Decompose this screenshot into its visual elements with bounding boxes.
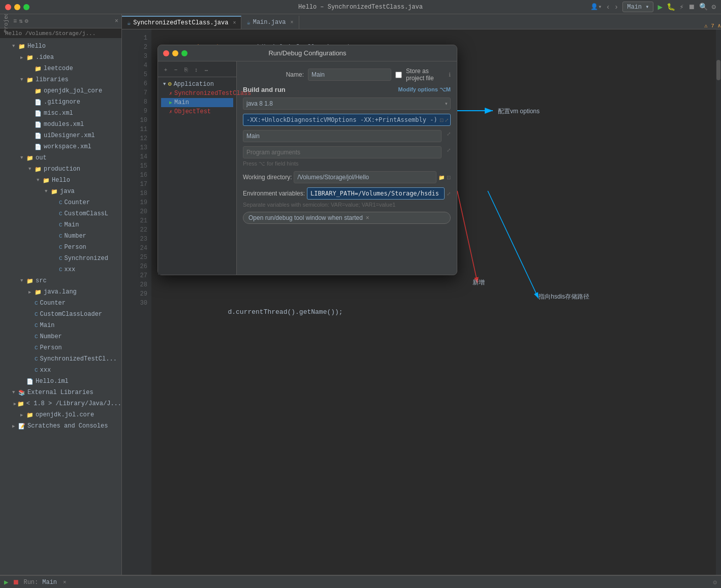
project-tree[interactable]: ▼ 📁 Hello ▶ 📁 .idea 📁 leetcode ▼ [0, 39, 121, 575]
dialog-title: Run/Debug Configurations [268, 49, 346, 57]
build-run-label: Build and run [243, 86, 286, 93]
vm-copy-icon[interactable]: ⊡ [440, 117, 444, 123]
tree-item-xxx-src[interactable]: C xxx [0, 365, 121, 376]
run-debug-dialog[interactable]: Run/Debug Configurations + − ⎘ ↕ ⋯ [158, 45, 457, 275]
maximize-button[interactable] [23, 4, 29, 10]
settings-icon[interactable]: ⚙ [712, 3, 716, 11]
run-close-icon[interactable]: × [63, 579, 67, 585]
tree-item-misc-xml[interactable]: 📄 misc.xml [0, 108, 121, 119]
store-checkbox[interactable] [395, 72, 402, 78]
tree-item-scratches[interactable]: ▶ 📝 Scratches and Consoles [0, 420, 121, 432]
tree-item-sync-out[interactable]: C Synchronized [0, 253, 121, 264]
config-item-object-test[interactable]: ✗ ObjectTest [161, 107, 233, 116]
tree-item-sync-src[interactable]: C SynchronizedTestCl... [0, 353, 121, 365]
tab-synchronized[interactable]: ☕ SynchronizedTestClass.java × [122, 16, 241, 29]
tree-item-person-out[interactable]: C Person [0, 242, 121, 253]
env-vars-input[interactable] [307, 187, 445, 200]
tree-item-xxx-out[interactable]: C xxx [0, 264, 121, 275]
tree-item-production[interactable]: ▼ 📁 production [0, 164, 121, 175]
working-dir-var-icon[interactable]: ⊡ [447, 175, 451, 180]
main-class-input[interactable] [243, 130, 442, 142]
move-config-button[interactable]: ↕ [192, 66, 201, 75]
open-run-button[interactable]: Open run/debug tool window when started … [243, 212, 451, 224]
java-version-select[interactable]: java 8 1.8 [243, 97, 451, 110]
config-group-application[interactable]: ▼ ⚙ Application [161, 79, 233, 89]
tree-item-number-src[interactable]: C Number [0, 331, 121, 342]
tree-item-modules-xml[interactable]: 📄 modules.xml [0, 119, 121, 130]
run-bar: ▶ ⏹ Run: Main × ⚙ [0, 575, 721, 588]
tree-item-custom-src[interactable]: C CustomClassLoader [0, 309, 121, 320]
open-run-row: Open run/debug tool window when started … [243, 212, 451, 224]
sort-icon[interactable]: ⇅ [19, 17, 22, 25]
tree-item-hello-root[interactable]: ▼ 📁 Hello [0, 41, 121, 52]
name-input[interactable] [308, 69, 391, 81]
tree-item-ui-designer[interactable]: 📄 uiDesigner.xml [0, 130, 121, 141]
minimize-button[interactable] [14, 4, 20, 10]
tree-item-counter-src[interactable]: C Counter [0, 298, 121, 309]
tab-close-icon[interactable]: × [291, 20, 294, 25]
nav-forward-icon[interactable]: › [614, 3, 618, 11]
program-args-input[interactable] [243, 146, 442, 158]
tree-item-src[interactable]: ▼ 📁 src [0, 275, 121, 286]
dialog-close[interactable] [163, 50, 169, 56]
modify-options-link[interactable]: Modify options ⌥M [398, 86, 451, 93]
debug-button[interactable]: 🐛 [667, 3, 675, 11]
dialog-minimize[interactable] [172, 50, 178, 56]
tree-label: production [44, 166, 80, 173]
collapse-icon[interactable]: ≡ [13, 18, 17, 25]
add-config-button[interactable]: + [161, 66, 170, 75]
tree-item-person-src[interactable]: C Person [0, 342, 121, 353]
sort-config-button[interactable]: ⋯ [202, 66, 211, 75]
tree-item-java-lang[interactable]: ▶ 📁 java.lang [0, 286, 121, 298]
prog-expand-icon[interactable]: ⤢ [447, 147, 451, 152]
tree-item-out[interactable]: ▼ 📁 out [0, 152, 121, 164]
search-button[interactable]: 🔍 [699, 3, 708, 11]
vm-expand-icon[interactable]: ⤢ [445, 117, 449, 123]
tree-item-ext-libs[interactable]: ▼ 📚 External Libraries [0, 387, 121, 398]
tab-close-icon[interactable]: × [233, 20, 236, 26]
scrollbar-vertical[interactable] [716, 29, 721, 575]
run-config-selector[interactable]: Main ▾ [622, 2, 653, 12]
run-play-icon[interactable]: ▶ [4, 578, 8, 586]
tree-item-workspace-xml[interactable]: 📄 workspace.xml [0, 141, 121, 152]
tree-item-gitignore[interactable]: 📄 .gitignore [0, 96, 121, 108]
coverage-button[interactable]: ⚡ [679, 3, 683, 11]
run-stop-icon[interactable]: ⏹ [12, 578, 19, 586]
tree-item-number-out[interactable]: C Number [0, 231, 121, 242]
main-expand-icon[interactable]: ⤢ [447, 130, 451, 136]
nav-back-icon[interactable]: ‹ [606, 3, 610, 11]
run-settings-icon[interactable]: ⚙ [713, 578, 717, 586]
working-dir-folder-icon[interactable]: 📁 [438, 175, 445, 180]
tree-item-hello-prod[interactable]: ▼ 📁 Hello [0, 175, 121, 186]
tree-item-idea[interactable]: ▶ 📁 .idea [0, 52, 121, 63]
tree-item-hello-iml[interactable]: 📄 Hello.iml [0, 376, 121, 387]
name-row: Name: Store as project file ℹ [243, 68, 451, 82]
working-dir-input[interactable] [294, 171, 436, 183]
project-tab-label: Project [3, 14, 9, 33]
tree-item-main-out[interactable]: C Main [0, 219, 121, 231]
config-item-main[interactable]: ▶ Main [161, 98, 233, 107]
tree-item-leetcode[interactable]: 📁 leetcode [0, 63, 121, 74]
run-button[interactable]: ▶ [657, 2, 663, 12]
tree-item-java-folder[interactable]: ▼ 📁 java [0, 186, 121, 197]
tree-item-openjdk[interactable]: 📁 openjdk_jol_core [0, 85, 121, 96]
tree-item-custom-class-out[interactable]: C CustomClassL [0, 208, 121, 219]
tree-item-jdk18[interactable]: ▶ 📁 < 1.8 > /Library/Java/J... [0, 398, 121, 409]
tree-item-libraries[interactable]: ▼ 📁 libraries [0, 74, 121, 85]
vm-options-input[interactable] [243, 114, 451, 126]
gear-icon[interactable]: ⚙ [24, 17, 28, 25]
env-expand-icon[interactable]: ⤢ [447, 191, 451, 197]
open-run-close-icon[interactable]: × [366, 214, 369, 221]
tree-item-main-src[interactable]: C Main [0, 320, 121, 331]
copy-config-button[interactable]: ⎘ [181, 66, 191, 75]
tab-main[interactable]: ☕ Main.java × [241, 16, 299, 29]
tree-item-jol-core[interactable]: ▶ 📁 openjdk.jol.core [0, 409, 121, 420]
vcs-icon[interactable]: 👤▾ [590, 3, 602, 11]
remove-config-button[interactable]: − [171, 66, 180, 75]
tree-item-counter-out[interactable]: C Counter [0, 197, 121, 208]
close-button[interactable] [5, 4, 11, 10]
close-panel-icon[interactable]: × [115, 18, 118, 25]
config-item-sync[interactable]: ✗ SynchronizedTestClass [161, 89, 233, 98]
stop-button[interactable]: ⏹ [688, 3, 695, 11]
dialog-maximize[interactable] [181, 50, 187, 56]
